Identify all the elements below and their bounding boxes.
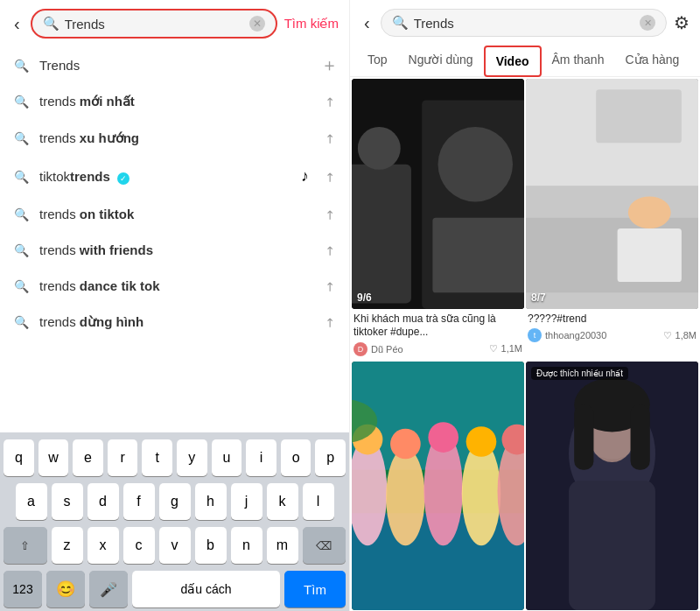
key-shift[interactable]: ⇧ [4, 527, 47, 564]
video-counter-1: 9/6 [357, 291, 372, 304]
video-author-row-2: t thhoang20030 ♡ 1,8M [528, 328, 696, 342]
key-numbers[interactable]: 123 [4, 571, 42, 607]
suggestion-on-tiktok[interactable]: 🔍 trends on tiktok ↗ [0, 196, 349, 232]
key-m[interactable]: m [267, 527, 298, 564]
query-icon-6: 🔍 [14, 279, 29, 293]
author-name-2: thhoang20030 [545, 330, 606, 341]
svg-rect-10 [618, 228, 682, 282]
key-n[interactable]: n [231, 527, 262, 564]
key-backspace[interactable]: ⌫ [303, 527, 346, 564]
query-icon-1: 🔍 [14, 95, 29, 109]
key-c[interactable]: c [123, 527, 155, 564]
video-card-1[interactable]: 9/6 Khi khách mua trà sữa cũng là tiktok… [352, 79, 524, 360]
key-i[interactable]: i [246, 439, 276, 476]
svg-rect-1 [352, 165, 411, 304]
key-d[interactable]: d [88, 483, 119, 520]
tiktok-logo: ♪ [301, 167, 309, 186]
key-u[interactable]: u [212, 439, 242, 476]
badge-liked-4: Được thích nhiều nhất [531, 367, 628, 380]
key-w[interactable]: w [38, 439, 69, 476]
keyboard-row-4: 123 😊 🎤 dấu cách Tìm [4, 571, 346, 607]
suggestion-text-3: tiktoktrends ✓ [39, 169, 290, 185]
search-box-right: 🔍 ✕ [381, 9, 667, 37]
filter-button[interactable]: ⚙ [674, 12, 690, 33]
search-icon-left: 🔍 [43, 16, 60, 32]
query-icon-0: 🔍 [14, 59, 29, 73]
key-l[interactable]: l [303, 483, 334, 520]
video-title-2: ?????#trend [528, 313, 696, 327]
clear-button-left[interactable]: ✕ [249, 16, 265, 32]
back-button-left[interactable]: ‹ [10, 11, 24, 38]
key-o[interactable]: o [281, 439, 312, 476]
query-icon-4: 🔍 [14, 207, 29, 221]
like-count-1: ♡ 1,1M [489, 343, 522, 355]
back-button-right[interactable]: ‹ [360, 10, 374, 37]
key-q[interactable]: q [4, 439, 34, 476]
search-box-left: 🔍 ✕ [31, 9, 277, 39]
tab-cua-hang[interactable]: Cửa hàng [614, 46, 690, 76]
suggestion-tiktoktrends[interactable]: 🔍 tiktoktrends ✓ ♪ ↗ [0, 157, 349, 196]
author-avatar-1: D [354, 342, 368, 356]
video-thumb-4: Được thích nhiều nhất [526, 362, 698, 611]
tab-video[interactable]: Video [484, 46, 542, 77]
arrow-icon-6: ↗ [321, 277, 339, 295]
svg-point-17 [386, 448, 425, 545]
arrow-icon-2: ↗ [321, 130, 339, 147]
video-card-2[interactable]: 8/7 ?????#trend t thhoang20030 ♡ 1,8M [526, 79, 698, 360]
author-name-1: Dũ Péo [371, 344, 403, 355]
key-r[interactable]: r [108, 439, 138, 476]
search-input-left[interactable] [65, 17, 244, 32]
svg-rect-34 [631, 404, 650, 469]
video-info-2: ?????#trend t thhoang20030 ♡ 1,8M [526, 309, 698, 347]
verified-icon: ✓ [117, 172, 130, 185]
video-thumb-2: 8/7 [526, 79, 698, 309]
key-emoji[interactable]: 😊 [46, 571, 85, 607]
tab-top[interactable]: Top [357, 46, 398, 76]
key-search[interactable]: Tìm [284, 571, 346, 607]
suggestion-xu-huong[interactable]: 🔍 trends xu hướng ↗ [0, 120, 349, 157]
thumb-inner-4: Được thích nhiều nhất [526, 362, 698, 611]
video-card-4[interactable]: Được thích nhiều nhất [526, 362, 698, 611]
suggestion-moi-nhat[interactable]: 🔍 trends mới nhất ↗ [0, 83, 349, 120]
key-b[interactable]: b [195, 527, 227, 564]
left-header: ‹ 🔍 ✕ Tìm kiếm [0, 0, 349, 47]
key-a[interactable]: a [16, 483, 47, 520]
suggestion-text-1: trends mới nhất [39, 94, 314, 109]
query-icon-2: 🔍 [14, 131, 29, 145]
suggestion-trends[interactable]: 🔍 Trends ✕ [0, 47, 349, 83]
svg-point-2 [358, 127, 401, 170]
arrow-icon-4: ↗ [321, 206, 339, 223]
key-v[interactable]: v [159, 527, 191, 564]
search-input-right[interactable] [414, 16, 634, 31]
key-e[interactable]: e [73, 439, 103, 476]
key-mic[interactable]: 🎤 [89, 571, 128, 607]
key-f[interactable]: f [123, 483, 155, 520]
key-j[interactable]: j [231, 483, 262, 520]
video-card-3[interactable] [352, 362, 524, 611]
thumb-inner-1: 9/6 [352, 79, 524, 309]
key-h[interactable]: h [195, 483, 227, 520]
key-y[interactable]: y [177, 439, 207, 476]
suggestion-with-friends[interactable]: 🔍 trends with friends ↗ [0, 232, 349, 268]
key-t[interactable]: t [142, 439, 172, 476]
key-k[interactable]: k [267, 483, 298, 520]
suggestion-text-0: Trends [39, 58, 314, 73]
clear-button-right[interactable]: ✕ [640, 15, 655, 31]
video-title-1: Khi khách mua trà sữa cũng là tiktoker #… [354, 313, 522, 340]
svg-point-24 [466, 426, 497, 457]
search-button-left[interactable]: Tìm kiếm [284, 16, 339, 32]
suggestion-text-6: trends dance tik tok [39, 278, 314, 293]
key-s[interactable]: s [52, 483, 83, 520]
key-g[interactable]: g [159, 483, 191, 520]
video-counter-2: 8/7 [531, 291, 546, 304]
suggestion-dung-hinh[interactable]: 🔍 trends dừng hình ↗ [0, 304, 349, 341]
author-avatar-2: t [528, 328, 542, 342]
tab-am-thanh[interactable]: Âm thanh [542, 46, 615, 76]
key-x[interactable]: x [88, 527, 119, 564]
key-space[interactable]: dấu cách [132, 571, 280, 607]
key-z[interactable]: z [52, 527, 83, 564]
suggestion-dance[interactable]: 🔍 trends dance tik tok ↗ [0, 268, 349, 304]
tab-nguoi-dung[interactable]: Người dùng [398, 46, 484, 76]
svg-rect-33 [574, 404, 593, 469]
key-p[interactable]: p [315, 439, 346, 476]
